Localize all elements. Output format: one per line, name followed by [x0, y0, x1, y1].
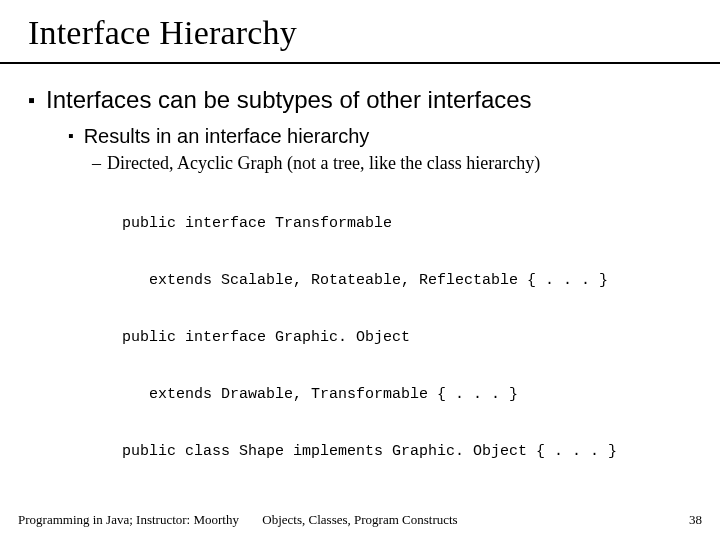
- footer-center: Objects, Classes, Program Constructs: [262, 512, 457, 528]
- bullet-level-1: ▪ Interfaces can be subtypes of other in…: [24, 86, 696, 114]
- footer-left: Programming in Java; Instructor: Moorthy: [18, 512, 239, 528]
- dash-icon: –: [92, 152, 101, 174]
- slide-footer: Programming in Java; Instructor: Moorthy…: [0, 512, 720, 528]
- code-block: public interface Transformable extends S…: [122, 176, 696, 499]
- code-line: extends Drawable, Transformable { . . . …: [122, 385, 696, 404]
- square-bullet-icon: ▪: [68, 124, 74, 148]
- footer-page-number: 38: [689, 512, 702, 528]
- code-line: public interface Transformable: [122, 214, 696, 233]
- square-bullet-icon: ▪: [24, 86, 32, 114]
- code-line: public interface Graphic. Object: [122, 328, 696, 347]
- code-line: public class Shape implements Graphic. O…: [122, 442, 696, 461]
- bullet-level-3: – Directed, Acyclic Graph (not a tree, l…: [92, 152, 696, 174]
- bullet-text: Results in an interface hierarchy: [84, 124, 370, 148]
- code-line: extends Scalable, Rotateable, Reflectabl…: [122, 271, 696, 290]
- slide-title: Interface Hierarchy: [28, 14, 720, 52]
- bullet-text: Interfaces can be subtypes of other inte…: [46, 86, 532, 114]
- bullet-text: Directed, Acyclic Graph (not a tree, lik…: [107, 152, 540, 174]
- slide-body: ▪ Interfaces can be subtypes of other in…: [0, 64, 720, 499]
- bullet-level-2: ▪ Results in an interface hierarchy: [68, 124, 696, 148]
